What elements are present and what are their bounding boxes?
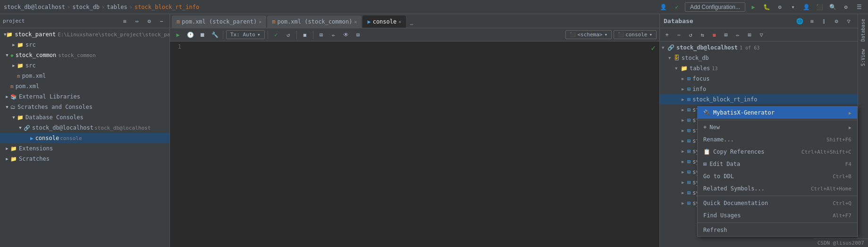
db-col-icon2[interactable]: ⊞ [744,30,755,40]
db-schema-icon[interactable]: ⇆ [697,30,708,40]
ctx-mybatisx[interactable]: 🔌 MybatisX-Generator ▶ [698,107,857,119]
db-tables-row[interactable]: ▼ 📁 tables 13 [660,63,858,74]
run-icon[interactable]: ▶ [748,2,758,12]
run-query-btn[interactable]: ▶ [173,30,183,40]
db-table-icon[interactable]: ⊞ [721,30,731,40]
line-numbers: 1 [170,41,184,247]
db-host-row[interactable]: ▼ 🔗 stock_db@localhost 1 of 63 [660,42,858,53]
editor-text[interactable] [184,41,659,247]
tree-item-pom-2[interactable]: m pom.xml [0,81,169,91]
db-col-icon[interactable]: ⫿ [819,16,829,26]
format-btn[interactable]: 🔧 [210,30,220,40]
tab-pom-common[interactable]: m pom.xml (stock_common) × [267,16,362,28]
view-btn[interactable]: 👁 [341,30,351,40]
avatar-icon[interactable]: 👤 [801,2,811,12]
tree-item-db-consoles[interactable]: ▼ 📁 Database Consoles [0,112,169,123]
db-stop-icon[interactable]: ◼ [709,30,719,40]
tx-dropdown[interactable]: Tx: Auto ▾ [226,30,265,39]
db-title: Database [664,17,693,25]
schema-dropdown[interactable]: ⬛ <schema> ▾ [565,30,612,39]
search-top-icon[interactable]: 🔍 [827,2,838,12]
ctx-refresh[interactable]: Refresh [698,224,857,236]
breadcrumb-tables[interactable]: tables [107,4,127,10]
tree-item-db-host[interactable]: ▼ 🔗 stock_db@localhost stock_db@localhos… [0,123,169,133]
db-table-row[interactable]: ▶⊞stock_block_rt_info [660,94,858,105]
ctx-goto-ddl[interactable]: Go to DDL Ctrl+B [698,170,857,182]
db-table-row[interactable]: ▶⊞focus [660,74,858,84]
stop2-btn[interactable]: ◼ [300,30,310,40]
breadcrumb-host[interactable]: stock_db@localhost [4,4,65,10]
edit-btn[interactable]: ✏ [329,30,339,40]
ctx-find-usages[interactable]: Find Usages Alt+F7 [698,209,857,222]
db-refresh-icon[interactable]: ↺ [685,30,696,40]
ctx-copy-refs[interactable]: 📋 Copy References Ctrl+Alt+Shift+C [698,146,857,158]
tab-close-console[interactable]: × [398,19,401,25]
sidebar-settings-icon[interactable]: ⚙ [144,16,154,26]
db-toolbar: + − ↺ ⇆ ◼ ⊞ ✏ ⊞ ▽ [660,28,858,41]
db-settings-icon[interactable]: ⚙ [831,16,842,26]
breadcrumb: stock_db@localhost › stock_db › tables ›… [4,4,199,10]
tree-item-ext-libs[interactable]: ▶ 📚 External Libraries [0,91,169,102]
editor-content: 1 ✓ [170,41,659,247]
right-strip: Database S:View [858,14,868,247]
tab-close-pom-parent[interactable]: × [259,19,261,25]
ctx-sep-2 [698,196,857,196]
ctx-quick-doc[interactable]: Quick Documentation Ctrl+Q [698,197,857,209]
db-filter-icon[interactable]: ▽ [843,16,854,26]
tree-item-extensions[interactable]: ▶ 📁 Extensions [0,143,169,154]
revert-btn[interactable]: ↺ [283,30,294,40]
strip-sview[interactable]: S:View [860,46,867,69]
ctx-edit-data[interactable]: ⊞ Edit Data F4 [698,158,857,170]
db-table-row[interactable]: ▶⊞info [660,84,858,94]
tab-bar: m pom.xml (stock_parent) × m pom.xml (st… [170,14,659,28]
profile-icon[interactable]: 👤 [658,2,669,12]
db-filter2-icon[interactable]: ▽ [756,30,767,40]
breadcrumb-current[interactable]: stock_block_rt_info [135,4,199,10]
expand-icon[interactable]: ⇔ [132,16,142,26]
add-config-button[interactable]: Add Configuration... [685,2,745,12]
tab-close-pom-common[interactable]: × [354,19,357,25]
filter-btn[interactable]: ⊞ [353,30,363,40]
top-bar: stock_db@localhost › stock_db › tables ›… [0,0,868,14]
collapse-all-icon[interactable]: ≡ [119,16,130,26]
tree-item-scratches-consoles[interactable]: ▼ 🗂 Scratches and Consoles [0,102,169,112]
ctx-related-symbols[interactable]: Related Symbols... Ctrl+Alt+Home [698,182,857,195]
tree-item-pom-1[interactable]: m pom.xml [0,71,169,81]
ctx-rename[interactable]: Rename... Shift+F6 [698,133,857,146]
tab-more[interactable]: ⋯ [407,21,416,28]
tree-item-scratches[interactable]: ▶ 📁 Scratches [0,154,169,164]
editor-area: m pom.xml (stock_parent) × m pom.xml (st… [170,14,659,247]
tree-item-stock-parent[interactable]: ▼ 📁 stock_parent E:\Linuxshare\stock_pro… [0,29,169,40]
tree-item-src-1[interactable]: ▶ 📁 src [0,40,169,50]
hd-icon[interactable]: ⬛ [814,2,825,12]
check-btn[interactable]: ✓ [271,30,281,40]
stop-btn[interactable]: ⏹ [197,30,208,40]
tab-console[interactable]: ▶ console × [362,16,406,28]
tree-item-stock-common[interactable]: ▼ ◆ stock_common stock_common [0,50,169,60]
run-dropdown-icon[interactable]: ▾ [788,2,798,12]
tab-pom-parent[interactable]: m pom.xml (stock_parent) × [172,16,266,28]
breadcrumb-db[interactable]: stock_db [72,4,100,10]
ctx-new[interactable]: + New ▶ [698,121,857,133]
vcs-icon[interactable]: ✓ [672,2,682,12]
db-list-icon[interactable]: ≡ [807,16,817,26]
tree-item-console[interactable]: ▶ console console [0,133,169,143]
more-run-icon[interactable]: ⚙ [775,2,785,12]
db-db-row[interactable]: ▼ 🗄 stock_db [660,53,858,63]
db-minus-icon[interactable]: − [674,30,684,40]
debug-icon[interactable]: 🐛 [761,2,772,12]
db-globe-icon[interactable]: 🌐 [794,16,805,26]
history-btn[interactable]: 🕐 [185,30,195,40]
grid-btn[interactable]: ⊞ [316,30,327,40]
menu-icon[interactable]: ☰ [854,2,864,12]
sidebar-close-icon[interactable]: − [156,16,167,26]
status-bar-text: CSDN @lisus2007 [814,239,868,247]
console-dropdown[interactable]: ⬛ console ▾ [614,30,657,39]
db-edit-icon[interactable]: ✏ [733,30,743,40]
strip-database[interactable]: Database [860,16,867,44]
ctx-sep-3 [698,222,857,223]
settings-icon[interactable]: ⚙ [841,2,851,12]
db-add-icon[interactable]: + [662,30,672,40]
check-mark: ✓ [651,43,656,52]
tree-item-src-2[interactable]: ▶ 📁 src [0,60,169,71]
